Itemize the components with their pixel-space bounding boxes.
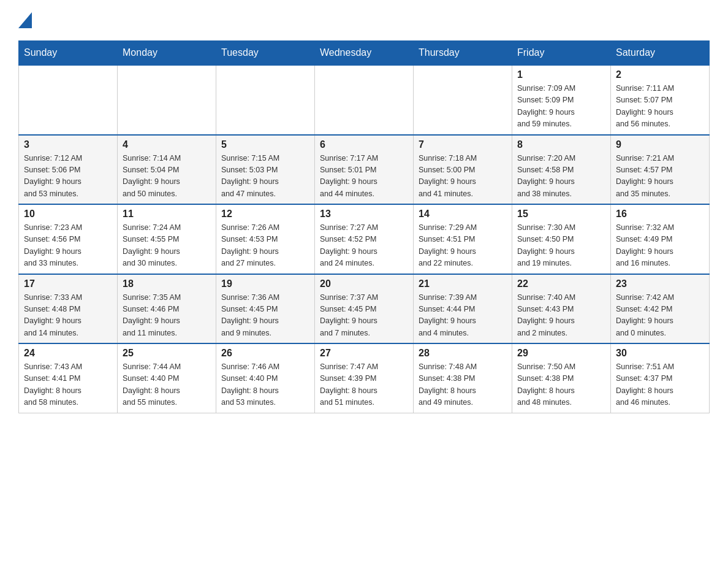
- calendar-week-row: 24Sunrise: 7:43 AMSunset: 4:41 PMDayligh…: [19, 343, 710, 413]
- calendar-cell: 30Sunrise: 7:51 AMSunset: 4:37 PMDayligh…: [611, 343, 710, 413]
- day-info: Sunrise: 7:18 AMSunset: 5:00 PMDaylight:…: [419, 153, 507, 201]
- day-number: 29: [517, 348, 605, 359]
- calendar-cell: 18Sunrise: 7:35 AMSunset: 4:46 PMDayligh…: [118, 274, 216, 344]
- day-number: 7: [419, 139, 507, 150]
- page-header: [18, 12, 710, 28]
- weekday-header-row: SundayMondayTuesdayWednesdayThursdayFrid…: [19, 41, 710, 66]
- weekday-header-thursday: Thursday: [414, 41, 512, 66]
- day-number: 23: [616, 278, 704, 289]
- day-info: Sunrise: 7:12 AMSunset: 5:06 PMDaylight:…: [24, 153, 112, 201]
- day-info: Sunrise: 7:20 AMSunset: 4:58 PMDaylight:…: [517, 153, 605, 201]
- calendar-cell: 5Sunrise: 7:15 AMSunset: 5:03 PMDaylight…: [216, 135, 315, 205]
- day-info: Sunrise: 7:40 AMSunset: 4:43 PMDaylight:…: [517, 292, 605, 340]
- calendar-header: SundayMondayTuesdayWednesdayThursdayFrid…: [19, 41, 710, 66]
- day-number: 1: [517, 69, 605, 80]
- day-number: 22: [517, 278, 605, 289]
- day-number: 12: [221, 209, 309, 220]
- day-info: Sunrise: 7:39 AMSunset: 4:44 PMDaylight:…: [419, 292, 507, 340]
- day-number: 19: [221, 278, 309, 289]
- calendar-cell: 23Sunrise: 7:42 AMSunset: 4:42 PMDayligh…: [611, 274, 710, 344]
- day-number: 14: [419, 209, 507, 220]
- day-number: 9: [616, 139, 704, 150]
- weekday-header-monday: Monday: [118, 41, 216, 66]
- day-number: 2: [616, 69, 704, 80]
- day-info: Sunrise: 7:51 AMSunset: 4:37 PMDaylight:…: [616, 361, 704, 409]
- day-info: Sunrise: 7:32 AMSunset: 4:49 PMDaylight:…: [616, 222, 704, 270]
- day-info: Sunrise: 7:23 AMSunset: 4:56 PMDaylight:…: [24, 222, 112, 270]
- day-info: Sunrise: 7:46 AMSunset: 4:40 PMDaylight:…: [221, 361, 309, 409]
- day-info: Sunrise: 7:30 AMSunset: 4:50 PMDaylight:…: [517, 222, 605, 270]
- calendar-body: 1Sunrise: 7:09 AMSunset: 5:09 PMDaylight…: [19, 65, 710, 413]
- calendar-cell: [414, 65, 512, 135]
- day-info: Sunrise: 7:27 AMSunset: 4:52 PMDaylight:…: [320, 222, 408, 270]
- calendar-cell: 19Sunrise: 7:36 AMSunset: 4:45 PMDayligh…: [216, 274, 315, 344]
- logo-triangle: [18, 12, 32, 28]
- calendar-cell: 15Sunrise: 7:30 AMSunset: 4:50 PMDayligh…: [512, 204, 611, 274]
- calendar-cell: 7Sunrise: 7:18 AMSunset: 5:00 PMDaylight…: [414, 135, 512, 205]
- day-info: Sunrise: 7:48 AMSunset: 4:38 PMDaylight:…: [419, 361, 507, 409]
- day-number: 5: [221, 139, 309, 150]
- calendar-table: SundayMondayTuesdayWednesdayThursdayFrid…: [18, 40, 710, 413]
- calendar-cell: 13Sunrise: 7:27 AMSunset: 4:52 PMDayligh…: [315, 204, 414, 274]
- day-number: 20: [320, 278, 408, 289]
- day-info: Sunrise: 7:44 AMSunset: 4:40 PMDaylight:…: [123, 361, 211, 409]
- calendar-cell: 11Sunrise: 7:24 AMSunset: 4:55 PMDayligh…: [118, 204, 216, 274]
- day-number: 24: [24, 348, 112, 359]
- day-info: Sunrise: 7:17 AMSunset: 5:01 PMDaylight:…: [320, 153, 408, 201]
- day-number: 26: [221, 348, 309, 359]
- day-info: Sunrise: 7:43 AMSunset: 4:41 PMDaylight:…: [24, 361, 112, 409]
- calendar-cell: 9Sunrise: 7:21 AMSunset: 4:57 PMDaylight…: [611, 135, 710, 205]
- day-info: Sunrise: 7:50 AMSunset: 4:38 PMDaylight:…: [517, 361, 605, 409]
- calendar-week-row: 1Sunrise: 7:09 AMSunset: 5:09 PMDaylight…: [19, 65, 710, 135]
- day-info: Sunrise: 7:15 AMSunset: 5:03 PMDaylight:…: [221, 153, 309, 201]
- day-info: Sunrise: 7:11 AMSunset: 5:07 PMDaylight:…: [616, 83, 704, 131]
- calendar-cell: 1Sunrise: 7:09 AMSunset: 5:09 PMDaylight…: [512, 65, 611, 135]
- calendar-cell: 26Sunrise: 7:46 AMSunset: 4:40 PMDayligh…: [216, 343, 315, 413]
- calendar-cell: 25Sunrise: 7:44 AMSunset: 4:40 PMDayligh…: [118, 343, 216, 413]
- calendar-cell: 14Sunrise: 7:29 AMSunset: 4:51 PMDayligh…: [414, 204, 512, 274]
- day-number: 13: [320, 209, 408, 220]
- calendar-cell: 21Sunrise: 7:39 AMSunset: 4:44 PMDayligh…: [414, 274, 512, 344]
- calendar-cell: 4Sunrise: 7:14 AMSunset: 5:04 PMDaylight…: [118, 135, 216, 205]
- weekday-header-wednesday: Wednesday: [315, 41, 414, 66]
- day-info: Sunrise: 7:24 AMSunset: 4:55 PMDaylight:…: [123, 222, 211, 270]
- day-info: Sunrise: 7:26 AMSunset: 4:53 PMDaylight:…: [221, 222, 309, 270]
- logo-area: [18, 12, 32, 28]
- calendar-cell: [315, 65, 414, 135]
- day-number: 11: [123, 209, 211, 220]
- weekday-header-friday: Friday: [512, 41, 611, 66]
- day-number: 10: [24, 209, 112, 220]
- calendar-cell: 20Sunrise: 7:37 AMSunset: 4:45 PMDayligh…: [315, 274, 414, 344]
- day-number: 28: [419, 348, 507, 359]
- day-info: Sunrise: 7:42 AMSunset: 4:42 PMDaylight:…: [616, 292, 704, 340]
- logo: [18, 12, 32, 28]
- calendar-week-row: 3Sunrise: 7:12 AMSunset: 5:06 PMDaylight…: [19, 135, 710, 205]
- calendar-cell: 28Sunrise: 7:48 AMSunset: 4:38 PMDayligh…: [414, 343, 512, 413]
- calendar-cell: 17Sunrise: 7:33 AMSunset: 4:48 PMDayligh…: [19, 274, 118, 344]
- calendar-cell: 3Sunrise: 7:12 AMSunset: 5:06 PMDaylight…: [19, 135, 118, 205]
- day-number: 4: [123, 139, 211, 150]
- calendar-cell: 2Sunrise: 7:11 AMSunset: 5:07 PMDaylight…: [611, 65, 710, 135]
- calendar-cell: 27Sunrise: 7:47 AMSunset: 4:39 PMDayligh…: [315, 343, 414, 413]
- calendar-week-row: 17Sunrise: 7:33 AMSunset: 4:48 PMDayligh…: [19, 274, 710, 344]
- day-info: Sunrise: 7:36 AMSunset: 4:45 PMDaylight:…: [221, 292, 309, 340]
- day-info: Sunrise: 7:14 AMSunset: 5:04 PMDaylight:…: [123, 153, 211, 201]
- calendar-cell: [19, 65, 118, 135]
- day-number: 8: [517, 139, 605, 150]
- weekday-header-sunday: Sunday: [19, 41, 118, 66]
- calendar-cell: 6Sunrise: 7:17 AMSunset: 5:01 PMDaylight…: [315, 135, 414, 205]
- logo-triangle-icon: [18, 12, 32, 28]
- day-number: 30: [616, 348, 704, 359]
- calendar-cell: 8Sunrise: 7:20 AMSunset: 4:58 PMDaylight…: [512, 135, 611, 205]
- day-info: Sunrise: 7:09 AMSunset: 5:09 PMDaylight:…: [517, 83, 605, 131]
- weekday-header-tuesday: Tuesday: [216, 41, 315, 66]
- day-info: Sunrise: 7:21 AMSunset: 4:57 PMDaylight:…: [616, 153, 704, 201]
- calendar-cell: 24Sunrise: 7:43 AMSunset: 4:41 PMDayligh…: [19, 343, 118, 413]
- day-number: 15: [517, 209, 605, 220]
- calendar-cell: [118, 65, 216, 135]
- svg-marker-0: [18, 12, 32, 28]
- day-number: 21: [419, 278, 507, 289]
- calendar-cell: 16Sunrise: 7:32 AMSunset: 4:49 PMDayligh…: [611, 204, 710, 274]
- day-number: 3: [24, 139, 112, 150]
- calendar-week-row: 10Sunrise: 7:23 AMSunset: 4:56 PMDayligh…: [19, 204, 710, 274]
